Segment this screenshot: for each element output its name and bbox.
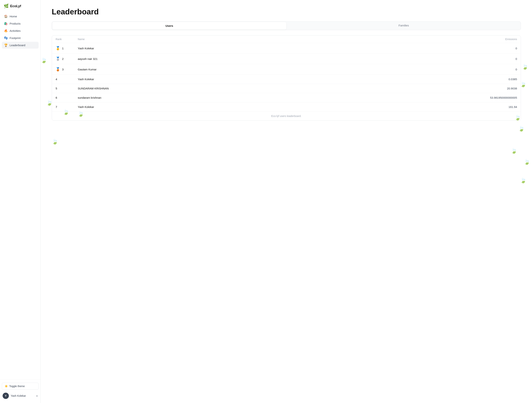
table-row: 🥈 2 aayush nair 321 0 bbox=[52, 54, 521, 64]
user-name-cell: SUNDARAM KRISHNAN bbox=[78, 87, 507, 90]
app-logo[interactable]: 🌿 EcoLyf bbox=[0, 4, 40, 13]
user-name-cell: Yash Kolekar bbox=[78, 78, 508, 81]
rank-number: 2 bbox=[62, 57, 63, 60]
rank-cell: 7 bbox=[56, 105, 78, 109]
toggle-theme-button[interactable]: ☀️ Toggle theme bbox=[2, 383, 39, 390]
user-name-cell: aayush nair 321 bbox=[78, 57, 516, 60]
tab-families-label: Families bbox=[399, 24, 409, 27]
leaf-decoration: 🍃 bbox=[524, 159, 530, 165]
user-name-cell: Gautam Kumar bbox=[78, 68, 516, 71]
medal-icon: 🥇 bbox=[56, 46, 60, 51]
leaderboard-icon: 🏆 bbox=[4, 43, 8, 47]
leaf-decoration: 🍃 bbox=[522, 64, 528, 70]
rank-number: 5 bbox=[56, 87, 57, 90]
tab-users[interactable]: Users bbox=[52, 22, 286, 30]
emissions-cell: 20.9038 bbox=[507, 87, 517, 90]
rank-number: 3 bbox=[62, 68, 63, 71]
activities-icon: 🔥 bbox=[4, 29, 8, 32]
col-emissions: Emissions bbox=[505, 38, 517, 41]
sidebar-item-footprint-label: Footprint bbox=[10, 36, 20, 39]
table-row: 4 Yash Kolekar 0.0385 bbox=[52, 75, 521, 84]
leaf-decoration: 🍃 bbox=[520, 177, 526, 184]
avatar-initial: Y bbox=[5, 394, 6, 397]
table-row: 7 Yash Kolekar 161.94 bbox=[52, 102, 521, 112]
app-name: EcoLyf bbox=[10, 4, 21, 8]
toggle-theme-label: Toggle theme bbox=[9, 385, 25, 388]
rank-cell: 🥉 3 bbox=[56, 67, 78, 71]
sidebar-item-products[interactable]: 🛍️ Products bbox=[2, 20, 39, 27]
sidebar-item-footprint[interactable]: 👣 Footprint bbox=[2, 35, 39, 41]
user-name-cell: sundaram krishnan bbox=[78, 96, 490, 99]
sidebar-bottom: ☀️ Toggle theme Y Yash Kolekar ∧ bbox=[0, 379, 40, 403]
rank-cell: 5 bbox=[56, 87, 78, 90]
chevron-up-icon: ∧ bbox=[36, 394, 38, 397]
emissions-cell: 161.94 bbox=[508, 105, 517, 109]
sidebar-item-products-label: Products bbox=[10, 22, 20, 25]
home-icon: 🏠 bbox=[4, 15, 8, 18]
sidebar-item-home[interactable]: 🏠 Home bbox=[2, 13, 39, 20]
table-row: 🥉 3 Gautam Kumar 0 bbox=[52, 64, 521, 75]
col-name: Name bbox=[78, 38, 505, 41]
rank-number: 6 bbox=[56, 96, 57, 99]
col-rank: Rank bbox=[56, 38, 78, 41]
emissions-cell: 0 bbox=[516, 57, 517, 60]
sidebar: 🌿 EcoLyf 🏠 Home 🛍️ Products 🔥 Activities… bbox=[0, 0, 41, 403]
sidebar-item-home-label: Home bbox=[10, 15, 17, 18]
table-row: 6 sundaram krishnan 53.981950000000005 bbox=[52, 93, 521, 102]
leaderboard-tabs: Users Families bbox=[52, 21, 521, 30]
sidebar-item-leaderboard-label: Leaderboard bbox=[10, 44, 25, 47]
medal-icon: 🥈 bbox=[56, 57, 60, 61]
leaf-decoration: 🍃 bbox=[511, 148, 517, 154]
rank-cell: 🥇 1 bbox=[56, 46, 78, 51]
emissions-cell: 0 bbox=[516, 68, 517, 71]
sidebar-item-leaderboard[interactable]: 🏆 Leaderboard bbox=[2, 42, 39, 49]
table-row: 5 SUNDARAM KRISHNAN 20.9038 bbox=[52, 84, 521, 93]
main-content: 🍃 🍃 🍃 🍃 🍃 🍃 🍃 🍃 🍃 🍃 🍃 🍃 Leaderboard User… bbox=[41, 0, 532, 403]
user-name: Yash Kolekar bbox=[11, 394, 36, 397]
rank-cell: 6 bbox=[56, 96, 78, 99]
tab-families[interactable]: Families bbox=[287, 22, 521, 30]
leaf-decoration: 🍃 bbox=[518, 126, 525, 132]
leaf-decoration: 🍃 bbox=[520, 81, 526, 87]
leaderboard-table: Rank Name Emissions 🥇 1 Yash Kolekar 0 🥈… bbox=[52, 35, 521, 121]
sun-icon: ☀️ bbox=[5, 385, 8, 388]
emissions-cell: 0 bbox=[516, 47, 517, 50]
logo-icon: 🌿 bbox=[4, 4, 9, 8]
table-row: 🥇 1 Yash Kolekar 0 bbox=[52, 43, 521, 54]
products-icon: 🛍️ bbox=[4, 22, 8, 25]
rank-number: 7 bbox=[56, 105, 57, 109]
user-name-cell: Yash Kolekar bbox=[78, 47, 516, 50]
page-title: Leaderboard bbox=[52, 7, 521, 16]
user-row[interactable]: Y Yash Kolekar ∧ bbox=[2, 391, 39, 400]
emissions-cell: 53.981950000000005 bbox=[490, 96, 517, 99]
sidebar-item-activities-label: Activities bbox=[10, 29, 20, 32]
rank-cell: 4 bbox=[56, 78, 78, 81]
rank-number: 4 bbox=[56, 78, 57, 81]
leaf-decoration: 🍃 bbox=[41, 57, 47, 63]
emissions-cell: 0.0385 bbox=[508, 78, 517, 81]
rank-cell: 🥈 2 bbox=[56, 57, 78, 61]
leaf-decoration: 🍃 bbox=[52, 139, 58, 145]
footprint-icon: 👣 bbox=[4, 36, 8, 40]
footer-note-text: Eco-lyf users leaderboard. bbox=[271, 115, 301, 117]
sidebar-item-activities[interactable]: 🔥 Activities bbox=[2, 27, 39, 34]
table-header: Rank Name Emissions bbox=[52, 35, 521, 43]
avatar: Y bbox=[3, 393, 9, 399]
medal-icon: 🥉 bbox=[56, 67, 60, 71]
rank-number: 1 bbox=[62, 47, 63, 50]
sidebar-nav: 🏠 Home 🛍️ Products 🔥 Activities 👣 Footpr… bbox=[0, 13, 40, 379]
table-footer-note: Eco-lyf users leaderboard. bbox=[52, 112, 521, 121]
tab-users-label: Users bbox=[165, 24, 173, 27]
user-name-cell: Yash Kolekar bbox=[78, 105, 508, 109]
